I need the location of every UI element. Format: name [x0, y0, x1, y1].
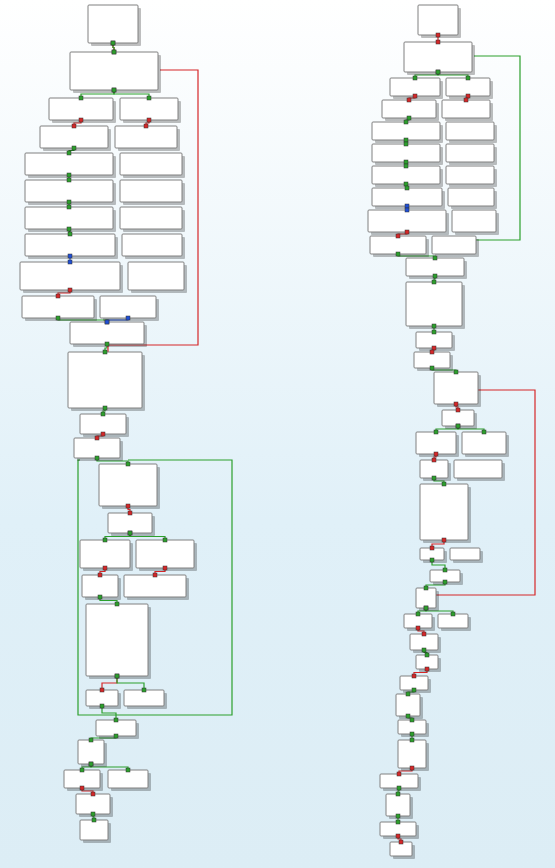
flow-node[interactable] — [420, 460, 448, 478]
flow-node[interactable] — [100, 296, 156, 318]
flow-node[interactable] — [124, 575, 186, 597]
flow-node[interactable] — [25, 180, 113, 202]
flow-node[interactable] — [398, 740, 426, 768]
svg-rect-209 — [410, 738, 414, 742]
flow-node[interactable] — [386, 794, 410, 816]
flow-node[interactable] — [434, 372, 478, 404]
flow-node[interactable] — [396, 694, 420, 716]
flow-node[interactable] — [25, 234, 115, 256]
svg-rect-184 — [434, 452, 438, 456]
flow-node[interactable] — [416, 588, 436, 608]
flow-node[interactable] — [22, 296, 94, 318]
flow-node[interactable] — [420, 484, 468, 540]
flow-node[interactable] — [404, 42, 472, 72]
flow-node[interactable] — [108, 770, 148, 788]
flow-node[interactable] — [406, 258, 464, 276]
flow-node[interactable] — [372, 122, 440, 140]
svg-rect-87 — [79, 96, 83, 100]
flow-node[interactable] — [108, 513, 152, 533]
svg-rect-185 — [432, 458, 436, 462]
svg-rect-160 — [404, 160, 408, 164]
flow-node[interactable] — [442, 410, 474, 426]
flow-node[interactable] — [49, 98, 113, 120]
flow-node[interactable] — [74, 438, 120, 458]
flow-node[interactable] — [20, 262, 120, 290]
svg-rect-217 — [399, 840, 403, 844]
flow-node[interactable] — [68, 352, 142, 408]
svg-rect-164 — [405, 204, 409, 208]
svg-rect-202 — [425, 667, 429, 671]
flow-node[interactable] — [372, 166, 440, 184]
flow-node[interactable] — [128, 262, 184, 290]
flow-node[interactable] — [432, 236, 476, 254]
flow-node[interactable] — [70, 322, 144, 344]
svg-rect-85 — [112, 50, 116, 54]
svg-rect-213 — [396, 792, 400, 796]
flow-node[interactable] — [442, 100, 490, 118]
flow-node[interactable] — [120, 180, 182, 202]
flow-node[interactable] — [96, 720, 136, 736]
flow-node[interactable] — [136, 540, 194, 568]
svg-rect-179 — [456, 408, 460, 412]
svg-rect-112 — [103, 406, 107, 410]
flow-node[interactable] — [370, 236, 426, 254]
flow-node[interactable] — [372, 188, 442, 206]
flow-node[interactable] — [390, 78, 440, 96]
flow-node[interactable] — [124, 690, 164, 706]
flow-node[interactable] — [64, 770, 100, 788]
svg-rect-126 — [163, 566, 167, 570]
flow-node[interactable] — [122, 234, 182, 256]
svg-rect-88 — [112, 88, 116, 92]
flow-node[interactable] — [446, 78, 490, 96]
flow-node[interactable] — [76, 794, 110, 814]
flow-node[interactable] — [372, 144, 440, 162]
flow-node[interactable] — [80, 414, 126, 434]
flow-node[interactable] — [86, 604, 148, 676]
svg-rect-90 — [79, 118, 83, 122]
flow-node[interactable] — [414, 352, 450, 368]
flow-node[interactable] — [120, 98, 178, 120]
svg-rect-128 — [98, 595, 102, 599]
flow-node[interactable] — [120, 207, 182, 229]
flow-node[interactable] — [120, 153, 182, 175]
flow-node[interactable] — [40, 126, 108, 148]
flow-node[interactable] — [418, 5, 458, 35]
flow-node[interactable] — [416, 332, 452, 348]
flow-node[interactable] — [454, 460, 502, 478]
svg-rect-118 — [126, 504, 130, 508]
flow-node[interactable] — [406, 282, 462, 326]
flow-node[interactable] — [25, 153, 113, 175]
flow-node[interactable] — [452, 210, 496, 232]
flow-node[interactable] — [448, 188, 494, 206]
flow-node[interactable] — [462, 432, 506, 454]
svg-rect-129 — [115, 602, 119, 606]
flow-node[interactable] — [368, 210, 446, 232]
svg-rect-135 — [114, 718, 118, 722]
flow-node[interactable] — [88, 5, 138, 43]
svg-rect-91 — [72, 124, 76, 128]
svg-rect-156 — [407, 116, 411, 120]
flow-node[interactable] — [450, 548, 480, 560]
flow-node[interactable] — [25, 207, 113, 229]
svg-rect-203 — [412, 674, 416, 678]
flow-node[interactable] — [86, 690, 118, 706]
flow-node[interactable] — [70, 52, 158, 90]
flow-node[interactable] — [80, 820, 108, 840]
flow-node[interactable] — [78, 740, 104, 764]
flow-node[interactable] — [446, 144, 494, 162]
flow-node[interactable] — [416, 432, 456, 454]
svg-rect-84 — [111, 41, 115, 45]
flow-diagram — [0, 0, 555, 868]
flow-node[interactable] — [446, 166, 494, 184]
flow-node[interactable] — [99, 464, 157, 506]
flow-node[interactable] — [410, 634, 438, 650]
flow-node[interactable] — [382, 100, 436, 118]
flow-node[interactable] — [82, 575, 118, 597]
svg-rect-95 — [67, 151, 71, 155]
flow-node[interactable] — [80, 540, 130, 568]
svg-rect-197 — [451, 612, 455, 616]
flow-node[interactable] — [446, 122, 494, 140]
svg-rect-140 — [89, 762, 93, 766]
svg-rect-147 — [436, 40, 440, 44]
flow-node[interactable] — [115, 126, 177, 148]
